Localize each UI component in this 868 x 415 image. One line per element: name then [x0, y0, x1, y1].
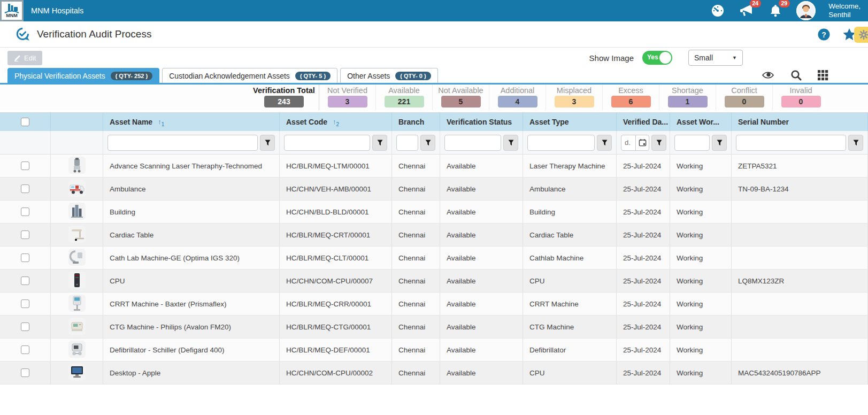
cell-code: HC/CHN/COM-CPU/00002: [280, 362, 392, 385]
header-branch[interactable]: Branch: [392, 113, 440, 131]
app-logo[interactable]: MNM: [0, 0, 24, 21]
cell-select: [0, 247, 51, 270]
settings-button[interactable]: [854, 27, 868, 43]
stat-invalid: Invalid0: [772, 84, 829, 110]
header-verification-status[interactable]: Verification Status: [440, 113, 523, 131]
sort-indicator[interactable]: ↑1: [158, 117, 164, 127]
calendar-button[interactable]: [635, 135, 649, 151]
cell-serial: [732, 247, 868, 270]
filter-input-status[interactable]: [444, 135, 501, 151]
header-verified-da[interactable]: Verified Da...: [617, 113, 670, 131]
row-checkbox[interactable]: [21, 253, 29, 262]
cell-serial: LQ8MX123ZR: [732, 270, 868, 293]
asset-thumbnail[interactable]: [68, 249, 86, 267]
filter-input-type[interactable]: [527, 135, 595, 151]
row-checkbox[interactable]: [21, 299, 29, 308]
image-size-select[interactable]: Small ▼: [688, 50, 743, 66]
stat-label: Not Verified: [327, 86, 367, 95]
filter-button-name[interactable]: [260, 135, 275, 151]
edit-button[interactable]: Edit: [7, 51, 42, 65]
table-row[interactable]: CRRT Machine - Baxter (Prismaflex)HC/BLR…: [0, 293, 868, 316]
announcements-button[interactable]: 24: [739, 3, 755, 19]
filter-button-status[interactable]: [503, 135, 518, 151]
sort-indicator[interactable]: ↑2: [333, 117, 339, 127]
row-checkbox[interactable]: [21, 185, 29, 193]
filter-date: [617, 131, 670, 154]
edit-button-label: Edit: [24, 54, 36, 62]
row-checkbox[interactable]: [21, 208, 29, 216]
filter-button-branch[interactable]: [420, 135, 435, 151]
table-row[interactable]: AmbulanceHC/CHN/VEH-AMB/00001ChennaiAvai…: [0, 178, 868, 201]
tab-physical-verification-assets[interactable]: Physical Verification Assets( QTY- 252 ): [7, 68, 159, 83]
filter-input-serial[interactable]: [736, 135, 846, 151]
show-image-toggle[interactable]: Yes: [642, 51, 672, 65]
cell-image: [51, 224, 103, 247]
table-row[interactable]: Cardiac TableHC/BLR/MEQ-CRT/00001Chennai…: [0, 224, 868, 247]
cell-name: Cath Lab Machine-GE (Optima IGS 320): [103, 247, 280, 270]
cell-date: 25-Jul-2024: [617, 362, 670, 385]
row-checkbox[interactable]: [21, 276, 29, 285]
header-label: Asset Code: [286, 118, 327, 126]
cell-status: Available: [440, 201, 523, 224]
search-button[interactable]: [790, 70, 802, 81]
asset-thumbnail[interactable]: [68, 180, 86, 198]
filter-input-date[interactable]: [621, 135, 636, 151]
table-row[interactable]: CTG Machine - Philips (Avalon FM20)HC/BL…: [0, 316, 868, 339]
asset-thumbnail[interactable]: [68, 203, 86, 221]
cell-date: 25-Jul-2024: [617, 178, 670, 201]
asset-thumbnail[interactable]: [68, 318, 86, 336]
row-checkbox[interactable]: [21, 162, 29, 170]
stat-not-available: Not Available5: [432, 84, 489, 110]
verification-audit-page: MNM MNM Hospitals 24: [0, 0, 868, 415]
table-row[interactable]: Desktop - AppleHC/CHN/COM-CPU/00002Chenn…: [0, 362, 868, 385]
tab-other-assets[interactable]: Other Assets( QTY- 0 ): [340, 68, 437, 83]
cell-serial: [732, 316, 868, 339]
cell-select: [0, 339, 51, 362]
header-asset-code[interactable]: Asset Code↑2: [280, 113, 392, 131]
asset-thumbnail[interactable]: [68, 341, 86, 359]
row-checkbox[interactable]: [21, 230, 29, 239]
preview-eye-button[interactable]: [762, 71, 774, 80]
select-all-checkbox[interactable]: [21, 118, 29, 126]
filter-image: [51, 131, 103, 154]
tab-custodian-acknowledgement-assets[interactable]: Custodian Acknowledgement Assets( QTY- 5…: [162, 68, 337, 83]
filter-button-code[interactable]: [372, 135, 387, 151]
dashboard-gauge-icon[interactable]: [710, 3, 726, 19]
table-header-row: Asset Name↑1Asset Code↑2BranchVerificati…: [0, 112, 868, 131]
filter-button-type[interactable]: [597, 135, 612, 151]
cell-type: Cathlab Machine: [523, 247, 617, 270]
header-label: Asset Wor...: [677, 118, 719, 126]
asset-thumbnail[interactable]: [68, 226, 86, 244]
table-row[interactable]: BuildingHC/CHN/BLD-BLD/00001ChennaiAvail…: [0, 201, 868, 224]
filter-button-serial[interactable]: [848, 135, 863, 151]
header-asset-wor[interactable]: Asset Wor...: [670, 113, 732, 131]
asset-thumbnail[interactable]: [68, 364, 86, 382]
notifications-button[interactable]: 29: [767, 3, 783, 19]
gauge-icon: [711, 4, 725, 18]
table-row[interactable]: Defibrillator - Schiller (Defigard 400)H…: [0, 339, 868, 362]
help-button[interactable]: ?: [817, 28, 831, 41]
header-serial-number[interactable]: Serial Number: [732, 113, 868, 131]
user-avatar[interactable]: [796, 1, 816, 20]
row-checkbox[interactable]: [21, 322, 29, 331]
header-label: Verification Status: [447, 118, 512, 126]
row-checkbox[interactable]: [21, 368, 29, 377]
asset-thumbnail[interactable]: [68, 272, 86, 290]
asset-thumbnail[interactable]: [68, 295, 86, 313]
cell-code: HC/BLR/MEQ-CTG/00001: [280, 316, 392, 339]
filter-input-working[interactable]: [674, 135, 710, 151]
filter-button-working[interactable]: [712, 135, 727, 151]
filter-button-date[interactable]: [651, 135, 666, 151]
row-checkbox[interactable]: [21, 345, 29, 354]
header-asset-name[interactable]: Asset Name↑1: [103, 113, 280, 131]
filter-input-name[interactable]: [107, 135, 258, 151]
grid-view-button[interactable]: [818, 70, 828, 81]
table-row[interactable]: Cath Lab Machine-GE (Optima IGS 320)HC/B…: [0, 247, 868, 270]
cell-status: Available: [440, 178, 523, 201]
filter-input-branch[interactable]: [396, 135, 418, 151]
header-asset-type[interactable]: Asset Type: [523, 113, 617, 131]
asset-thumbnail[interactable]: [68, 157, 86, 175]
table-row[interactable]: Advance Scanning Laser Theraphy-Technome…: [0, 155, 868, 178]
filter-input-code[interactable]: [284, 135, 370, 151]
table-row[interactable]: CPUHC/CHN/COM-CPU/00007ChennaiAvailableC…: [0, 270, 868, 293]
